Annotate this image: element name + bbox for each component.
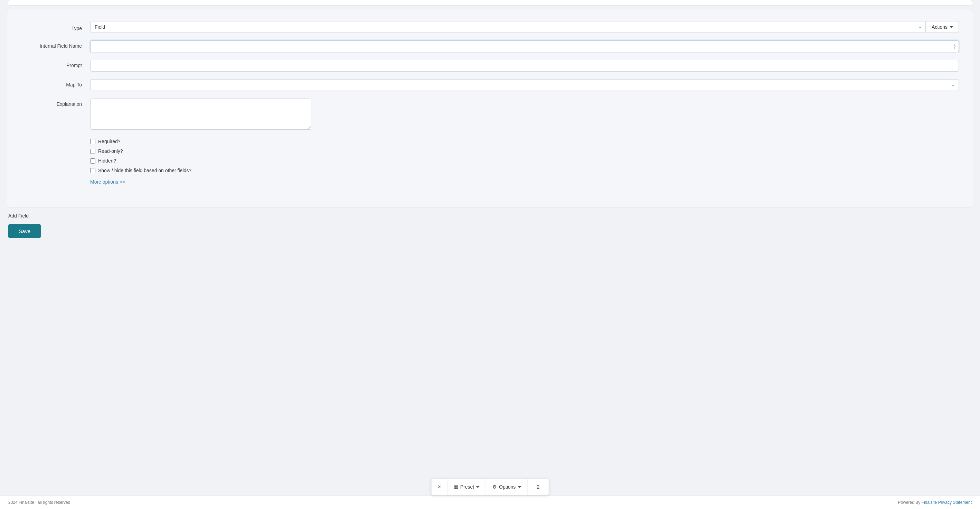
toolbar-options-button[interactable]: ⚙ Options <box>486 479 528 495</box>
save-container: Save <box>7 224 973 238</box>
readonly-label-text: Read-only? <box>98 148 123 154</box>
actions-button[interactable]: Actions <box>926 21 959 33</box>
hidden-checkbox[interactable] <box>90 158 95 164</box>
bottom-toolbar: × ▦ Preset ⚙ Options 2 <box>431 479 549 495</box>
more-options-container: More options >> <box>21 179 959 185</box>
internal-field-name-wrapper: 〉 <box>90 40 959 52</box>
actions-chevron-icon <box>950 26 953 28</box>
close-icon: × <box>438 484 441 490</box>
required-checkbox-label[interactable]: Required? <box>90 139 959 144</box>
top-card-partial <box>7 0 973 6</box>
privacy-statement-link[interactable]: Privacy Statement <box>938 500 972 505</box>
gear-icon: ⚙ <box>492 484 497 490</box>
preset-chevron-icon <box>476 486 480 488</box>
explanation-wrapper <box>90 99 959 131</box>
prompt-label: Prompt <box>21 60 90 68</box>
type-label: Type <box>21 23 90 31</box>
powered-by-container: Powered By Finalsite Privacy Statement <box>898 500 972 505</box>
actions-label: Actions <box>932 24 948 30</box>
internal-field-name-input-wrapper: 〉 <box>90 40 959 52</box>
type-row: Type Field Text Number Date Dropdown ⌄ A… <box>21 21 959 33</box>
save-button[interactable]: Save <box>8 224 41 238</box>
form-card: Type Field Text Number Date Dropdown ⌄ A… <box>7 10 973 207</box>
explanation-textarea[interactable] <box>90 99 311 130</box>
prompt-input[interactable] <box>90 60 959 72</box>
preset-page-icon: ▦ <box>454 484 458 490</box>
map-to-wrapper: ⌄ <box>90 79 959 91</box>
actions-area: Actions <box>926 21 959 33</box>
preset-label: Preset <box>460 484 474 490</box>
add-field-label: Add Field <box>8 213 29 219</box>
add-field-container: Add Field <box>7 212 973 220</box>
hidden-checkbox-label[interactable]: Hidden? <box>90 158 959 164</box>
type-select-wrapper: Field Text Number Date Dropdown ⌄ <box>90 21 926 33</box>
powered-by-text: Powered By <box>898 500 921 505</box>
required-label-text: Required? <box>98 139 121 144</box>
show-hide-checkbox[interactable] <box>90 168 95 173</box>
map-to-select-wrapper: ⌄ <box>90 79 959 91</box>
required-checkbox[interactable] <box>90 139 95 144</box>
options-chevron-icon <box>518 486 521 488</box>
add-field-button[interactable]: Add Field <box>8 212 29 220</box>
more-options-link[interactable]: More options >> <box>90 179 125 185</box>
readonly-checkbox[interactable] <box>90 149 95 154</box>
type-select[interactable]: Field Text Number Date Dropdown <box>90 21 926 33</box>
explanation-row: Explanation <box>21 99 959 131</box>
copyright-text: 2024 Finalsite · all rights reserved <box>8 500 70 505</box>
show-hide-checkbox-label[interactable]: Show / hide this field based on other fi… <box>90 168 959 173</box>
internal-field-name-input[interactable] <box>90 40 959 52</box>
hidden-label-text: Hidden? <box>98 158 116 164</box>
toolbar-preset-button[interactable]: ▦ Preset <box>447 479 486 495</box>
toolbar-page-number: 2 <box>528 479 549 495</box>
checkbox-group: Required? Read-only? Hidden? Show / hide… <box>90 139 959 173</box>
map-to-label: Map To <box>21 79 90 88</box>
footer: 2024 Finalsite · all rights reserved Pow… <box>0 496 980 509</box>
internal-field-name-row: Internal Field Name 〉 <box>21 40 959 52</box>
explanation-label: Explanation <box>21 99 90 107</box>
options-label: Options <box>499 484 515 490</box>
show-hide-label-text: Show / hide this field based on other fi… <box>98 168 191 173</box>
toolbar-close-button[interactable]: × <box>431 479 447 495</box>
readonly-checkbox-label[interactable]: Read-only? <box>90 148 959 154</box>
finalsite-link[interactable]: Finalsite <box>921 500 937 505</box>
map-to-row: Map To ⌄ <box>21 79 959 91</box>
internal-field-name-label: Internal Field Name <box>21 40 90 49</box>
prompt-wrapper <box>90 60 959 72</box>
prompt-row: Prompt <box>21 60 959 72</box>
map-to-select[interactable] <box>90 79 959 91</box>
